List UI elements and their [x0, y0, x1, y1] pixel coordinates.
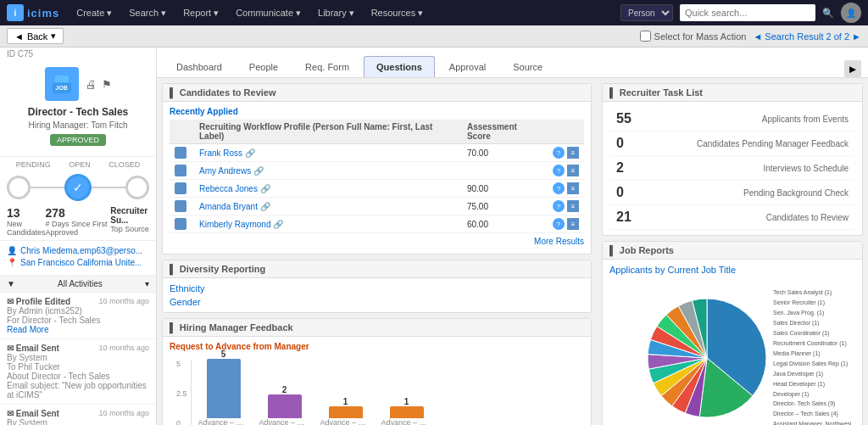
tab-req-form[interactable]: Req. Form [292, 56, 362, 77]
bar-icon-3[interactable]: ≡ [567, 200, 579, 212]
pie-legend-3: Sales Director (1) [773, 320, 819, 327]
job-reports-panel: ▌ Job Reports Applicants by Current Job … [602, 241, 863, 425]
question-icon-4[interactable]: ? [553, 218, 565, 230]
activity-item-2: ✉ Email Sent10 months ago By System To P… [0, 405, 156, 425]
sub-nav-actions: Select for Mass Action ◄ Search Result 2… [640, 31, 861, 42]
candidate-link-2[interactable]: Rebecca Jones 🔗 [199, 184, 270, 193]
nav-library[interactable]: Library ▾ [311, 8, 361, 19]
back-button[interactable]: ◄ Back ▾ [7, 28, 64, 44]
circle-closed [125, 176, 149, 199]
activities-list: ✉ Profile Edited10 months ago By Admin (… [0, 293, 156, 425]
bookmark-icon[interactable]: ⚑ [102, 78, 112, 91]
location-link[interactable]: 📍 San Francisco California Unite... [7, 258, 149, 267]
question-icon-1[interactable]: ? [553, 165, 565, 176]
candidate-score-0: 70.00 [462, 144, 548, 162]
hiring-feedback-header: ▌ Hiring Manager Feedback [163, 319, 591, 337]
candidates-panel-body: Recently Applied Recruiting Workflow Pro… [163, 102, 591, 254]
panel-icon-diversity: ▌ [170, 264, 176, 274]
diversity-panel-title: Diversity Reporting [180, 264, 265, 274]
status-open-label: OPEN [69, 160, 91, 169]
bar-group-0: 5 Advance – Great Fit [198, 350, 249, 425]
bar-icon-1[interactable]: ≡ [567, 165, 579, 176]
user-avatar[interactable]: 👤 [841, 3, 861, 23]
mass-action-label[interactable]: Select for Mass Action [640, 31, 747, 42]
more-results-link[interactable]: More Results [534, 237, 584, 246]
question-icon-0[interactable]: ? [553, 147, 565, 159]
bar-icon-0[interactable]: ≡ [567, 147, 579, 159]
bar-value-1: 2 [282, 385, 287, 394]
task-row-4: 21 Candidates to Review [609, 205, 855, 230]
activities-chevron: ▾ [145, 279, 149, 288]
person-type-select[interactable]: Person Job [620, 4, 673, 21]
tab-source[interactable]: Source [500, 56, 555, 77]
tab-panel-collapse-button[interactable]: ► [844, 60, 861, 77]
search-icon[interactable]: 🔍 [822, 8, 834, 19]
task-label-1: Candidates Pending Manager Feedback [643, 131, 855, 156]
new-candidates-val: 13 [7, 206, 46, 220]
bar-value-2: 1 [343, 397, 348, 406]
bar-label-0: Advance – Great Fit [198, 418, 249, 425]
candidate-link-1[interactable]: Amy Andrews 🔗 [199, 166, 264, 176]
bar-group-2: 1 Advance – Continu... [320, 397, 371, 425]
recruiter-tasks-panel: ▌ Recruiter Task List 55 Applicants from… [602, 83, 863, 236]
nav-report[interactable]: Report ▾ [176, 8, 225, 19]
person-link[interactable]: 👤 Chris Miedema,emp63@perso... [7, 246, 149, 255]
recruiter-tasks-header: ▌ Recruiter Task List [603, 84, 862, 102]
candidate-name-0: Frank Ross 🔗 [194, 144, 462, 162]
question-icon-2[interactable]: ? [553, 182, 565, 194]
candidate-actions-1: ? ≡ [548, 162, 584, 180]
question-icon-3[interactable]: ? [553, 200, 565, 212]
job-header: JOB 🖨 ⚑ Director - Tech Sales Hiring Man… [0, 60, 156, 157]
candidate-link-3[interactable]: Amanda Bryant 🔗 [199, 202, 270, 211]
tab-dashboard[interactable]: Dashboard [164, 56, 235, 77]
connector-line-2 [92, 187, 125, 188]
tab-people[interactable]: People [236, 56, 291, 77]
task-value-4: 21 [609, 205, 643, 230]
tab-approval[interactable]: Approval [437, 56, 498, 77]
nav-communicate[interactable]: Communicate ▾ [229, 8, 308, 19]
days-since-metric: 278 # Days Since First Approved [46, 206, 111, 237]
tab-questions[interactable]: Questions [364, 56, 435, 77]
candidates-panel: ▌ Candidates to Review Recently Applied … [162, 83, 592, 254]
panel-col-right: ▌ Recruiter Task List 55 Applicants from… [597, 78, 868, 425]
top-nav: i icims Create ▾ Search ▾ Report ▾ Commu… [0, 0, 868, 25]
candidate-row-2: Rebecca Jones 🔗 90.00 ? ≡ [170, 180, 584, 198]
gender-link[interactable]: Gender [170, 297, 584, 307]
task-row-3: 0 Pending Background Check [609, 181, 855, 205]
activity-item-0: ✉ Profile Edited10 months ago By Admin (… [0, 293, 156, 339]
global-search-input[interactable] [680, 4, 815, 21]
activity-link-0[interactable]: Read More [7, 325, 48, 334]
bar-group-3: 1 Advance – Other [381, 397, 432, 425]
job-reports-link[interactable]: Applicants by Current Job Title [603, 260, 862, 278]
nav-search[interactable]: Search ▾ [122, 8, 173, 19]
nav-create[interactable]: Create ▾ [70, 8, 119, 19]
bar-icon-2[interactable]: ≡ [567, 182, 579, 194]
pie-legend-0: Tech Sales Analyst (1) [773, 289, 832, 296]
pie-legend-10: Developer (1) [773, 391, 809, 398]
mass-action-checkbox[interactable] [640, 31, 651, 42]
nav-right: Person Job 🔍 👤 [620, 3, 861, 23]
activity-item-1: ✉ Email Sent10 months ago By System To P… [0, 339, 156, 405]
pie-legend-2: Sen. Java Prog. (1) [773, 310, 824, 316]
job-icon: JOB [45, 67, 79, 101]
bar-icon-4[interactable]: ≡ [567, 218, 579, 230]
logo-icon: i [7, 4, 24, 21]
status-circles: ✓ [0, 172, 156, 203]
new-candidates-label: New Candidates [7, 220, 46, 237]
candidate-link-4[interactable]: Kimberly Raymond 🔗 [199, 220, 283, 229]
bar-label-1: Advance – Qualifi... [259, 418, 310, 425]
ethnicity-link[interactable]: Ethnicity [170, 283, 584, 294]
more-results: More Results [170, 233, 584, 249]
print-icon[interactable]: 🖨 [86, 78, 97, 91]
app-logo[interactable]: i icims [7, 4, 59, 21]
task-row-2: 2 Interviews to Schedule [609, 156, 855, 181]
activity-by-2: By System [7, 418, 149, 425]
pie-chart-area: Tech Sales Analyst (1)Senior Recruiter (… [603, 278, 862, 425]
candidate-link-0[interactable]: Frank Ross 🔗 [199, 148, 255, 158]
task-row-0: 55 Applicants from Events [609, 107, 855, 131]
recruiter-tasks-table: 55 Applicants from Events 0 Candidates P… [609, 107, 855, 230]
nav-resources[interactable]: Resources ▾ [364, 8, 431, 19]
task-value-1: 0 [609, 131, 643, 156]
status-pending-label: PENDING [16, 160, 51, 169]
task-label-4: Candidates to Review [643, 205, 855, 230]
